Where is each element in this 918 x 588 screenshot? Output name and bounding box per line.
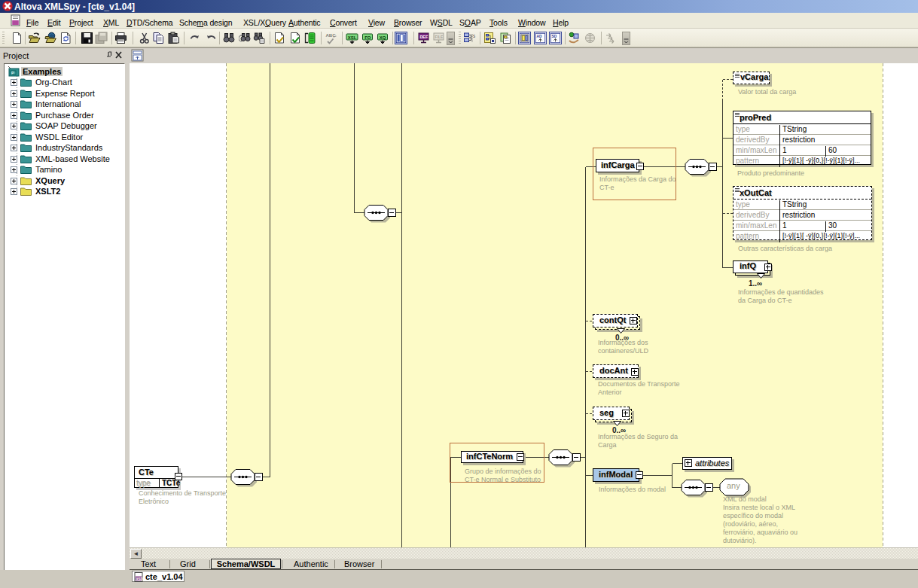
svg-text:S: S: [473, 35, 475, 38]
svg-text:XQ: XQ: [380, 35, 386, 40]
svg-text:FO: FO: [364, 35, 371, 40]
svg-text:XSL: XSL: [348, 35, 357, 40]
svg-text:FILE: FILE: [435, 35, 444, 39]
svg-text:AD: AD: [537, 35, 543, 38]
svg-text:any: any: [727, 481, 740, 490]
svg-text:DEF: DEF: [419, 35, 429, 39]
svg-text:SD: SD: [552, 35, 557, 38]
svg-text:XSD: XSD: [136, 577, 144, 581]
